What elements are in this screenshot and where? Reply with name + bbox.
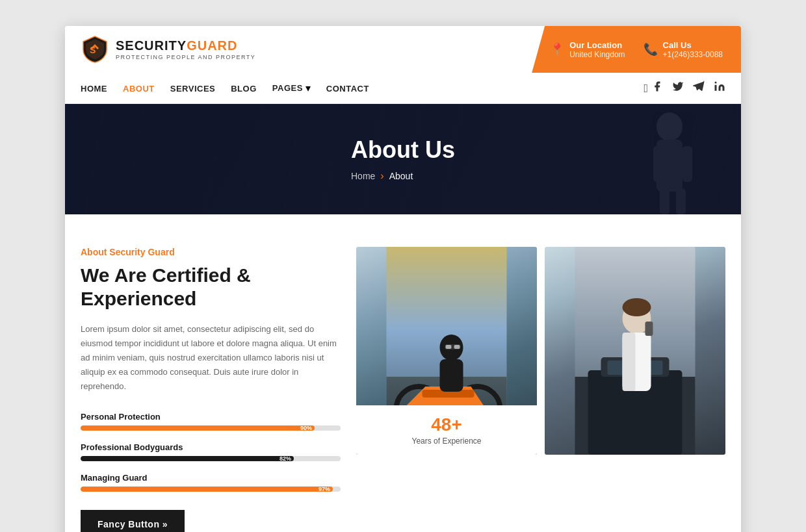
nav-links: HOME ABOUT SERVICES BLOG PAGES ▾ CONTACT <box>81 82 369 94</box>
right-column: 48+ Years of Experience <box>356 247 725 532</box>
progress-fill-3: 97% <box>81 487 333 492</box>
linkedin-icon[interactable] <box>714 81 725 95</box>
shield-logo-icon: S <box>81 35 109 64</box>
svg-rect-26 <box>645 322 653 336</box>
svg-rect-17 <box>446 345 452 349</box>
progress-label-1: 90% <box>300 425 312 431</box>
svg-rect-4 <box>653 146 663 182</box>
person-car-svg <box>545 247 725 455</box>
image-column-2 <box>545 247 725 532</box>
nav-link-home[interactable]: HOME <box>81 84 107 94</box>
phone-label: Call Us <box>663 40 723 50</box>
nav-item-about[interactable]: ABOUT <box>123 82 155 94</box>
nav-link-contact[interactable]: CONTACT <box>326 84 369 94</box>
svg-rect-6 <box>660 188 670 214</box>
main-content: About Security Guard We Are Certified & … <box>65 214 741 532</box>
skill-personal-protection: Personal Protection 90% <box>81 412 341 431</box>
image-column-1: 48+ Years of Experience <box>356 247 537 532</box>
stats-number: 48+ <box>363 414 530 435</box>
section-label: About Security Guard <box>81 247 341 257</box>
phone-icon: 📞 <box>644 42 658 57</box>
nav-item-contact[interactable]: CONTACT <box>326 82 369 94</box>
location-label: Our Location <box>569 40 625 50</box>
browser-window: S SECURITYGUARD PROTECTING PEOPLE AND PR… <box>65 26 741 532</box>
skill-bodyguards: Professional Bodyguards 82% <box>81 442 341 461</box>
chevron-down-icon: ▾ <box>306 82 311 94</box>
breadcrumb-current: About <box>389 171 413 181</box>
hero-banner: About Us Home › About <box>65 104 741 214</box>
nav-link-about[interactable]: ABOUT <box>123 84 155 94</box>
svg-rect-27 <box>623 333 636 391</box>
skill-managing-guard: Managing Guard 97% <box>81 473 341 492</box>
fancy-button[interactable]: Fancy Button » <box>81 510 185 532</box>
nav-item-home[interactable]: HOME <box>81 82 107 94</box>
social-icons:  <box>644 81 725 95</box>
hero-content: About Us Home › About <box>351 136 455 182</box>
phone-contact: 📞 Call Us +1(246)333-0088 <box>644 40 723 59</box>
logo-subtitle: PROTECTING PEOPLE AND PROPERTY <box>116 54 255 60</box>
progress-track-1: 90% <box>81 425 341 431</box>
stats-label: Years of Experience <box>363 437 530 446</box>
telegram-icon[interactable] <box>693 81 705 95</box>
nav-link-pages[interactable]: PAGES <box>272 83 303 93</box>
progress-track-3: 97% <box>81 487 341 492</box>
svg-rect-15 <box>440 359 463 392</box>
facebook-icon[interactable]:  <box>644 81 663 95</box>
logo-text: SECURITYGUARD PROTECTING PEOPLE AND PROP… <box>116 38 255 60</box>
nav-link-blog[interactable]: BLOG <box>231 84 257 94</box>
location-icon: 📍 <box>550 42 564 57</box>
nav-item-pages[interactable]: PAGES ▾ <box>272 82 311 94</box>
skill-name-3: Managing Guard <box>81 473 148 483</box>
header-contact: 📍 Our Location United Kingdom 📞 Call Us … <box>532 26 741 73</box>
agent-car-image <box>545 247 725 455</box>
nav-item-services[interactable]: SERVICES <box>170 82 216 94</box>
section-description: Lorem ipsum dolor sit amet, consectetur … <box>81 322 341 394</box>
nav-item-blog[interactable]: BLOG <box>231 82 257 94</box>
section-title: We Are Certified & Experienced <box>81 264 341 310</box>
svg-rect-7 <box>676 188 686 214</box>
breadcrumb: Home › About <box>351 170 455 182</box>
navbar: HOME ABOUT SERVICES BLOG PAGES ▾ CONTACT… <box>65 73 741 104</box>
svg-point-28 <box>623 298 651 316</box>
stats-badge: 48+ Years of Experience <box>356 405 537 455</box>
twitter-icon[interactable] <box>672 81 684 95</box>
progress-label-3: 97% <box>318 487 330 492</box>
progress-track-2: 82% <box>81 456 341 461</box>
skill-name-2: Professional Bodyguards <box>81 442 183 452</box>
progress-fill-1: 90% <box>81 425 315 431</box>
progress-label-2: 82% <box>280 456 291 461</box>
left-column: About Security Guard We Are Certified & … <box>81 247 341 532</box>
nav-link-services[interactable]: SERVICES <box>170 84 216 94</box>
logo-area: S SECURITYGUARD PROTECTING PEOPLE AND PR… <box>65 26 532 73</box>
location-contact: 📍 Our Location United Kingdom <box>550 40 625 59</box>
skill-name-1: Personal Protection <box>81 412 161 422</box>
hero-title: About Us <box>351 136 455 164</box>
logo-title: SECURITYGUARD <box>116 38 255 53</box>
breadcrumb-home[interactable]: Home <box>351 171 375 181</box>
svg-point-2 <box>656 112 682 141</box>
svg-point-1 <box>715 82 717 84</box>
breadcrumb-separator: › <box>380 170 384 182</box>
location-value: United Kingdom <box>569 50 625 59</box>
agent-motorcycle-image: 48+ Years of Experience <box>356 247 537 455</box>
phone-value: +1(246)333-0088 <box>663 50 723 59</box>
site-header: S SECURITYGUARD PROTECTING PEOPLE AND PR… <box>65 26 741 73</box>
svg-rect-18 <box>454 345 460 349</box>
hero-person-silhouette <box>585 104 702 214</box>
svg-rect-5 <box>682 146 692 182</box>
progress-fill-2: 82% <box>81 456 294 461</box>
